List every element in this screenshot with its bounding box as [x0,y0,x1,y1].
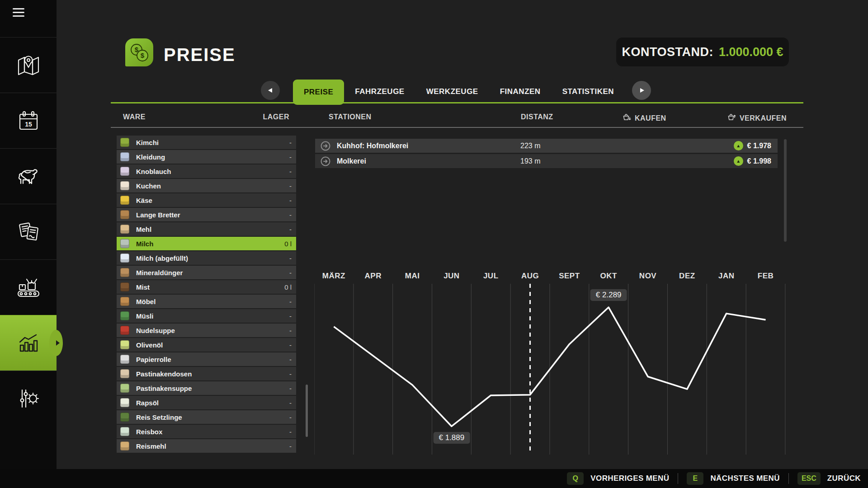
good-icon [120,297,129,306]
good-icon [120,225,129,234]
map-icon [16,53,41,77]
month-label-jun: JUN [443,272,460,280]
buy-basket-icon [623,113,632,124]
cow-icon [15,165,42,187]
goods-row-pastinakensuppe[interactable]: Pastinakensuppe - [117,381,296,395]
good-name: Pastinakendosen [136,370,289,378]
goods-row-milch-abgefuellt[interactable]: Milch (abgefüllt) - [117,251,296,265]
good-name: Kimchi [136,139,289,146]
station-circle-arrow-icon [320,140,331,152]
goods-row-kaese[interactable]: Käse - [117,193,296,207]
good-amount: - [289,356,292,363]
goods-row-kleidung[interactable]: Kleidung - [117,150,296,164]
tab-prev-button[interactable] [261,81,280,100]
footer-hint-q[interactable]: QVORHERIGES MENÜ [567,472,669,485]
stations-list: Kuhhof: Hofmolkerei 223 m ▲ € 1.978 Molk… [315,139,778,169]
goods-row-milch[interactable]: Milch 0 l [117,237,296,250]
goods-row-papierrolle[interactable]: Papierrolle - [117,352,296,366]
station-row-kuhhof-hofmolkerei[interactable]: Kuhhof: Hofmolkerei 223 m ▲ € 1.978 [315,139,778,153]
tab-werkzeuge[interactable]: WERKZEUGE [415,81,489,102]
good-icon [120,167,129,176]
goods-row-nudelsuppe[interactable]: Nudelsuppe - [117,324,296,337]
tab-next-button[interactable] [632,81,651,100]
good-name: Rapsöl [136,399,289,407]
goods-row-kimchi[interactable]: Kimchi - [117,136,296,149]
goods-row-rapsoel[interactable]: Rapsöl - [117,396,296,409]
good-name: Papierrolle [136,356,289,363]
tab-underline [111,102,803,103]
key-badge: Q [567,472,584,485]
good-name: Knoblauch [136,168,289,175]
station-price: ▲ € 1.978 [734,141,771,150]
calendar-icon: 15 [17,109,40,132]
arrow-left-icon [268,88,272,93]
tab-fahrzeuge[interactable]: FAHRZEUGE [344,81,415,102]
goods-scrollbar-thumb[interactable] [306,385,308,437]
good-name: Müsli [136,312,289,320]
good-name: Lange Bretter [136,211,289,219]
goods-row-kuchen[interactable]: Kuchen - [117,179,296,192]
good-amount: - [289,168,292,175]
good-amount: - [289,341,292,349]
tab-preise[interactable]: PREISE [293,80,344,105]
good-name: Nudelsuppe [136,327,289,334]
good-amount: - [289,254,292,262]
page-title: PREISE [164,45,236,65]
tab-statistiken[interactable]: STATISTIKEN [552,81,625,102]
kaufen-label: KAUFEN [635,114,666,122]
sidebar: 15 [0,0,57,469]
good-icon [120,181,129,190]
good-name: Kleidung [136,153,289,161]
goods-row-muesli[interactable]: Müsli - [117,309,296,323]
good-icon [120,311,129,320]
tab-bar: PREISEFAHRZEUGEWERKZEUGEFINANZENSTATISTI… [293,80,625,105]
goods-row-reis-setzlinge[interactable]: Reis Setzlinge - [117,410,296,424]
sidebar-item-animals[interactable] [0,148,57,204]
goods-row-pastinakendosen[interactable]: Pastinakendosen - [117,367,296,380]
goods-row-moebel[interactable]: Möbel - [117,295,296,308]
price-value: € 1.978 [747,142,771,150]
good-icon [120,239,129,248]
menu-icon[interactable] [13,8,24,19]
good-name: Reis Setzlinge [136,413,289,421]
goods-row-mehl[interactable]: Mehl - [117,222,296,236]
month-label-feb: FEB [758,272,774,280]
goods-row-reisbox[interactable]: Reisbox - [117,425,296,438]
sidebar-item-settings[interactable] [0,371,57,426]
sidebar-item-production[interactable] [0,259,57,315]
sidebar-item-calendar[interactable]: 15 [0,93,57,148]
footer-hint-esc[interactable]: ESCZURÜCK [797,472,861,485]
prices-icon: $ $ [125,38,153,66]
good-amount: 0 l [284,283,292,291]
tab-finanzen[interactable]: FINANZEN [489,81,552,102]
month-label-dez: DEZ [679,272,695,280]
footer-hint-e[interactable]: ENÄCHSTES MENÜ [687,472,780,485]
good-icon [120,427,129,436]
goods-row-knoblauch[interactable]: Knoblauch - [117,164,296,178]
production-icon [16,276,41,299]
good-amount: - [289,139,292,146]
month-label-apr: APR [365,272,382,280]
goods-row-lange-bretter[interactable]: Lange Bretter - [117,208,296,221]
month-label-mai: MAI [405,272,420,280]
sidebar-item-map[interactable] [0,37,57,93]
good-amount: - [289,182,292,190]
good-icon [120,340,129,349]
good-name: Käse [136,197,289,204]
goods-row-olivenoel[interactable]: Olivenöl - [117,338,296,352]
goods-row-reismehl[interactable]: Reismehl - [117,439,296,453]
station-row-molkerei[interactable]: Molkerei 193 m ▲ € 1.998 [315,154,778,168]
station-circle-arrow-icon [320,155,331,167]
goods-row-mineralduenger[interactable]: Mineraldünger - [117,266,296,279]
good-amount: - [289,370,292,378]
good-amount: - [289,225,292,233]
station-name: Molkerei [337,157,366,165]
good-icon [120,369,129,378]
good-icon [120,441,129,450]
svg-text:$: $ [135,46,139,53]
good-amount: - [289,385,292,392]
stations-scrollbar-thumb[interactable] [784,139,787,242]
sidebar-item-contracts[interactable] [0,204,57,259]
goods-row-mist[interactable]: Mist 0 l [117,280,296,294]
sidebar-item-statistics[interactable] [0,315,57,371]
